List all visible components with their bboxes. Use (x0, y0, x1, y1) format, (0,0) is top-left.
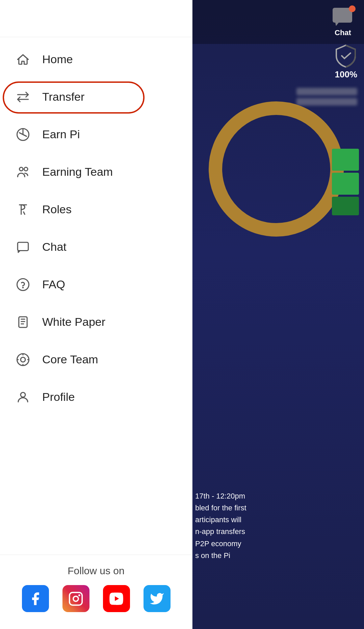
blurred-row-2 (296, 98, 357, 105)
gold-circle-decoration (209, 101, 344, 237)
chat-menu-label: Chat (42, 240, 67, 253)
document-icon (14, 313, 32, 331)
menu-list: Home Transfer (0, 37, 192, 555)
svg-marker-1 (335, 23, 339, 26)
pi-icon (14, 200, 32, 219)
faq-icon (14, 275, 32, 294)
earning-team-label: Earning Team (42, 165, 113, 178)
transfer-icon (14, 88, 32, 106)
earn-pi-label: Earn Pi (42, 128, 80, 141)
svg-rect-5 (18, 242, 28, 251)
profile-label: Profile (42, 390, 75, 404)
white-paper-label: White Paper (42, 315, 105, 329)
team-icon (14, 163, 32, 181)
social-icons-row (0, 585, 192, 622)
core-team-icon (14, 350, 32, 369)
home-label: Home (42, 53, 73, 66)
shield-icon (335, 44, 357, 68)
green-block-3 (332, 197, 359, 215)
green-block-1 (332, 149, 359, 171)
sidebar-item-earn-pi[interactable]: Earn Pi (0, 116, 192, 153)
earn-pi-icon (14, 125, 32, 144)
green-blocks (332, 149, 359, 215)
roles-label: Roles (42, 203, 72, 216)
sidebar-item-roles[interactable]: Roles (0, 191, 192, 228)
shield-container: 100% (335, 44, 358, 80)
svg-point-3 (19, 167, 23, 171)
right-top-bar: Chat (192, 0, 364, 44)
sidebar-item-core-team[interactable]: Core Team (0, 341, 192, 378)
blurred-user-items (296, 88, 357, 105)
svg-point-6 (17, 279, 29, 290)
sidebar-item-chat[interactable]: Chat (0, 228, 192, 266)
svg-point-4 (24, 167, 28, 171)
blurred-row-1 (296, 88, 357, 95)
follow-us-label: Follow us on (0, 565, 192, 577)
facebook-icon[interactable] (22, 585, 49, 612)
sidebar-item-transfer[interactable]: Transfer (0, 78, 192, 116)
faq-label: FAQ (42, 278, 65, 291)
svg-point-14 (78, 594, 80, 596)
svg-point-10 (21, 357, 25, 362)
top-spacer (0, 0, 192, 37)
right-news-text: 17th - 12:20pm bled for the first artici… (195, 490, 246, 561)
transfer-label: Transfer (42, 90, 84, 103)
sidebar-item-faq[interactable]: FAQ (0, 266, 192, 303)
shield-area: 100% (335, 44, 358, 80)
green-block-2 (332, 173, 359, 195)
svg-point-13 (73, 596, 78, 601)
svg-rect-12 (70, 592, 82, 605)
chat-bubble-wrapper (332, 7, 354, 27)
instagram-icon[interactable] (62, 585, 89, 612)
chat-notification-badge (349, 5, 356, 12)
shield-percent: 100% (335, 69, 358, 80)
home-icon (14, 50, 32, 69)
sidebar-item-home[interactable]: Home (0, 41, 192, 78)
profile-icon (14, 388, 32, 406)
sidebar-item-profile[interactable]: Profile (0, 378, 192, 416)
bottom-section: Follow us on (0, 555, 192, 629)
sidebar-item-white-paper[interactable]: White Paper (0, 303, 192, 341)
sidebar: Home Transfer (0, 0, 192, 629)
svg-point-9 (17, 354, 29, 365)
right-panel: Chat 100% 17th - 12:20pm bled for the fi… (192, 0, 364, 629)
youtube-icon[interactable] (103, 585, 130, 612)
core-team-label: Core Team (42, 353, 98, 366)
chat-icon-container[interactable]: Chat (332, 7, 354, 37)
twitter-icon[interactable] (144, 585, 171, 612)
svg-point-7 (23, 287, 23, 288)
chat-label: Chat (335, 28, 351, 37)
chat-menu-icon (14, 238, 32, 256)
svg-rect-8 (19, 317, 27, 328)
svg-point-11 (21, 392, 25, 397)
sidebar-item-earning-team[interactable]: Earning Team (0, 153, 192, 191)
